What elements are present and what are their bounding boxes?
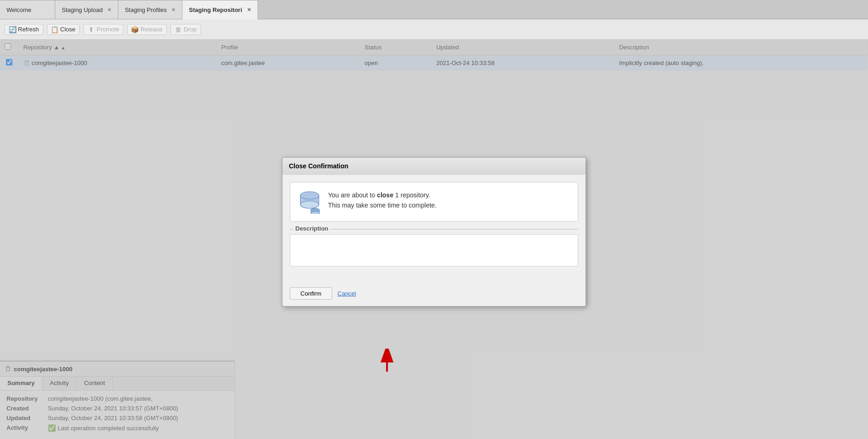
toolbar: 🔄 Refresh 📋 Close ⬆ Promote 📦 Release 🗑 … [0, 19, 868, 40]
tab-label: Staging Profiles [125, 6, 167, 13]
dialog-body: You are about to close 1 repository. Thi… [282, 175, 586, 283]
red-arrow-indicator [378, 349, 396, 373]
description-section: Description [290, 229, 578, 268]
close-button[interactable]: 📋 Close [47, 24, 80, 35]
promote-icon: ⬆ [88, 26, 95, 33]
tab-close-icon[interactable]: ✕ [247, 7, 251, 13]
release-button[interactable]: 📦 Release [127, 24, 167, 35]
svg-point-7 [311, 211, 320, 214]
tab-label: Welcome [6, 6, 31, 13]
drop-icon: 🗑 [175, 26, 182, 33]
dialog-message-box: You are about to close 1 repository. Thi… [290, 182, 578, 222]
tab-label: Staging Repositori [189, 6, 242, 13]
release-label: Release [141, 26, 163, 33]
drop-button[interactable]: 🗑 Drop [170, 24, 201, 35]
confirm-button[interactable]: Confirm [290, 287, 332, 300]
tab-bar: Welcome Staging Upload ✕ Staging Profile… [0, 0, 868, 19]
main-content: Repository ▲ Profile Status Updated Desc… [0, 40, 868, 439]
dialog-message-text: You are about to close 1 repository. Thi… [328, 190, 437, 211]
tab-close-icon[interactable]: ✕ [171, 7, 176, 13]
close-label: Close [60, 26, 76, 33]
release-icon: 📦 [131, 26, 139, 33]
tab-close-icon[interactable]: ✕ [107, 7, 111, 13]
refresh-label: Refresh [18, 26, 39, 33]
tab-label: Staging Upload [62, 6, 103, 13]
database-icon [298, 190, 322, 214]
refresh-icon: 🔄 [9, 26, 16, 33]
promote-label: Promote [97, 26, 119, 33]
tab-welcome[interactable]: Welcome [0, 0, 55, 19]
close-icon: 📋 [51, 26, 59, 33]
cancel-link[interactable]: Cancel [338, 290, 356, 297]
refresh-button[interactable]: 🔄 Refresh [5, 24, 43, 35]
dialog-footer: Confirm Cancel [282, 283, 586, 306]
tab-staging-upload[interactable]: Staging Upload ✕ [55, 0, 118, 19]
close-confirmation-dialog: Close Confirmation You are about [282, 157, 586, 307]
tab-staging-repositori[interactable]: Staging Repositori ✕ [182, 0, 258, 19]
drop-label: Drop [184, 26, 197, 33]
tab-staging-profiles[interactable]: Staging Profiles ✕ [118, 0, 182, 19]
dialog-title: Close Confirmation [282, 158, 586, 175]
svg-point-2 [300, 201, 319, 208]
description-input[interactable] [290, 234, 578, 267]
promote-button[interactable]: ⬆ Promote [83, 24, 123, 35]
description-legend: Description [293, 225, 330, 232]
